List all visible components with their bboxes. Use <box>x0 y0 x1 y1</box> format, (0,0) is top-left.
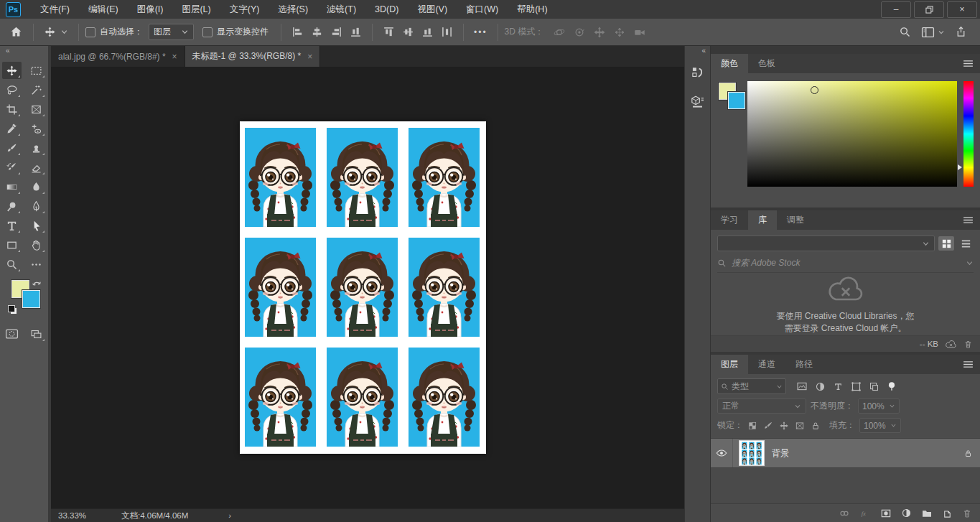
canvas-viewport[interactable] <box>51 67 684 508</box>
search-icon[interactable] <box>899 26 911 38</box>
more-options-button[interactable]: ••• <box>470 22 491 42</box>
type-tool[interactable] <box>2 217 22 234</box>
tab-channels[interactable]: 通道 <box>748 355 785 374</box>
default-colors-icon[interactable] <box>8 305 17 314</box>
distribute-horizontal-button[interactable] <box>437 22 457 42</box>
panel-menu-icon[interactable] <box>963 216 974 224</box>
toolbar-collapse-button[interactable]: « <box>0 46 48 57</box>
tab-paths[interactable]: 路径 <box>785 355 823 374</box>
saturation-brightness-field[interactable] <box>747 81 957 187</box>
dock-collapse-button[interactable]: « <box>685 46 710 57</box>
new-group-icon[interactable] <box>921 508 933 519</box>
3d-orbit-button[interactable] <box>549 22 569 42</box>
history-brush-tool[interactable] <box>2 159 22 176</box>
close-button[interactable]: × <box>947 1 977 18</box>
lock-transparency-icon[interactable] <box>747 421 757 431</box>
3d-panel-button[interactable] <box>686 88 710 114</box>
3d-camera-button[interactable] <box>630 22 650 42</box>
panel-menu-icon[interactable] <box>963 360 974 368</box>
filter-adjustment-layers-icon[interactable] <box>815 381 826 392</box>
share-icon[interactable] <box>955 26 967 38</box>
layer-thumbnail[interactable] <box>739 440 765 466</box>
crop-tool[interactable] <box>2 101 22 118</box>
3d-pan-button[interactable] <box>589 22 610 42</box>
screen-mode-button[interactable] <box>27 325 46 342</box>
pen-tool[interactable] <box>27 197 46 215</box>
layer-style-fx-icon[interactable] <box>859 508 871 519</box>
lock-pixels-icon[interactable] <box>763 421 773 431</box>
lasso-tool[interactable] <box>2 81 22 98</box>
align-top-edges-button[interactable] <box>379 22 398 42</box>
document-page[interactable] <box>240 121 486 454</box>
library-select-dropdown[interactable] <box>717 236 935 251</box>
lock-artboard-icon[interactable] <box>795 421 805 431</box>
hand-tool[interactable] <box>27 236 46 253</box>
eyedropper-tool[interactable] <box>2 120 22 137</box>
menu-layer[interactable]: 图层(L) <box>172 0 220 19</box>
menu-help[interactable]: 帮助(H) <box>508 0 556 19</box>
menu-select[interactable]: 选择(S) <box>269 0 317 19</box>
swap-colors-icon[interactable] <box>32 279 42 288</box>
layer-row-background[interactable]: 背景 <box>711 439 980 468</box>
tab-close-icon[interactable]: × <box>307 52 312 62</box>
frame-tool[interactable] <box>27 101 46 118</box>
delete-layer-icon[interactable] <box>962 508 972 518</box>
spot-healing-tool[interactable] <box>27 120 46 137</box>
hue-slider[interactable] <box>963 81 974 187</box>
align-bottom-edges-2-button[interactable] <box>418 22 437 42</box>
tab-swatches[interactable]: 色板 <box>748 54 785 73</box>
filter-shape-layers-icon[interactable] <box>851 381 862 392</box>
library-search-field[interactable]: 搜索 Adobe Stock <box>717 254 974 273</box>
blur-tool[interactable] <box>27 178 46 195</box>
document-tab-untitled[interactable]: 未标题-1 @ 33.3%(RGB/8) * × <box>185 46 321 67</box>
menu-filter[interactable]: 滤镜(T) <box>317 0 365 19</box>
layer-filter-dropdown[interactable]: 类型 <box>717 378 786 394</box>
menu-image[interactable]: 图像(I) <box>128 0 173 19</box>
magic-wand-tool[interactable] <box>27 81 46 98</box>
restore-button[interactable] <box>914 1 944 18</box>
tab-adjustments[interactable]: 调整 <box>777 210 814 230</box>
status-chevron-icon[interactable]: › <box>228 511 231 520</box>
zoom-tool[interactable] <box>2 256 22 273</box>
align-right-edges-button[interactable] <box>327 22 346 42</box>
move-tool[interactable] <box>2 62 22 79</box>
tab-learn[interactable]: 学习 <box>711 210 748 230</box>
menu-file[interactable]: 文件(F) <box>31 0 79 19</box>
path-selection-tool[interactable] <box>27 217 46 234</box>
hue-slider-marker[interactable] <box>958 164 962 170</box>
menu-view[interactable]: 视图(V) <box>408 0 457 19</box>
tab-color[interactable]: 颜色 <box>711 54 748 73</box>
history-panel-button[interactable] <box>686 60 710 85</box>
add-layer-mask-icon[interactable] <box>880 508 892 519</box>
filter-toggle-icon[interactable] <box>887 381 897 392</box>
panel-menu-icon[interactable] <box>963 60 974 67</box>
lock-all-icon[interactable] <box>811 421 821 431</box>
align-horizontal-centers-button[interactable] <box>307 22 327 42</box>
trash-icon[interactable] <box>963 340 973 349</box>
blend-mode-dropdown[interactable]: 正常 <box>717 399 806 414</box>
filter-smart-objects-icon[interactable] <box>869 381 879 392</box>
link-layers-icon[interactable] <box>839 508 850 519</box>
gradient-tool[interactable] <box>2 178 22 195</box>
filter-pixel-layers-icon[interactable] <box>796 381 808 392</box>
new-adjustment-layer-icon[interactable] <box>901 508 912 518</box>
list-view-button[interactable] <box>958 236 974 251</box>
move-tool-preset[interactable] <box>40 22 72 42</box>
menu-edit[interactable]: 编辑(E) <box>79 0 128 19</box>
menu-window[interactable]: 窗口(W) <box>457 0 508 19</box>
color-picker-ring[interactable] <box>811 86 818 94</box>
background-color-swatch[interactable] <box>22 290 40 308</box>
marquee-tool[interactable] <box>27 62 46 79</box>
new-layer-icon[interactable] <box>942 508 953 518</box>
lock-position-icon[interactable] <box>779 421 789 431</box>
align-left-edges-button[interactable] <box>288 22 307 42</box>
menu-type[interactable]: 文字(Y) <box>220 0 269 19</box>
cloud-sync-icon[interactable] <box>945 340 957 349</box>
home-button[interactable] <box>6 22 27 42</box>
show-transform-checkbox[interactable] <box>202 27 213 37</box>
eraser-tool[interactable] <box>27 159 46 176</box>
clone-stamp-tool[interactable] <box>27 139 46 157</box>
3d-slide-button[interactable] <box>610 22 630 42</box>
brush-tool[interactable] <box>2 139 22 157</box>
auto-select-target-dropdown[interactable]: 图层 <box>149 24 194 40</box>
